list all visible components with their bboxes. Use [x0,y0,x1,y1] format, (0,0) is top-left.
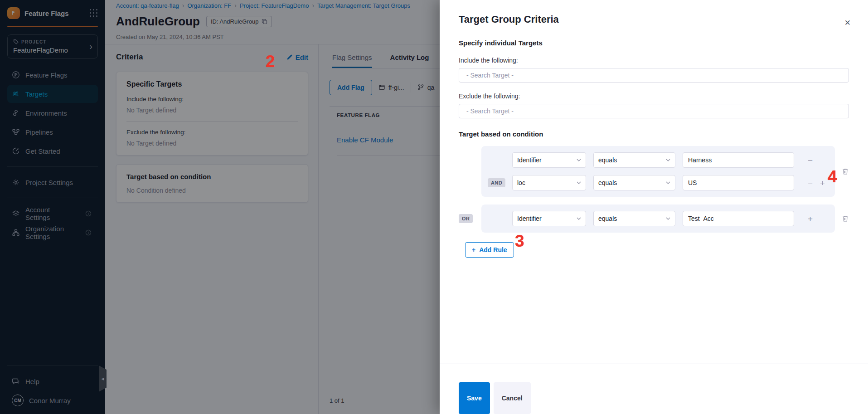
include-following-label: Include the following: [459,57,849,64]
chevron-down-icon [577,181,581,184]
exclude-following-label: Exclude the following: [459,93,849,100]
annotation-step-4: 4 [828,168,837,185]
attribute-value: Identifier [517,215,542,222]
delete-rule-button[interactable] [838,168,849,175]
chevron-down-icon [577,217,581,220]
rule-group: Identifier equals − AND loc [459,146,849,197]
operator-select[interactable]: equals [593,175,675,190]
chevron-down-icon [666,159,670,161]
attribute-value: Identifier [517,156,542,164]
condition-value-input[interactable] [683,211,794,226]
condition-heading: Target based on condition [459,130,849,138]
rule-group-box: Identifier equals + [481,205,835,233]
rule-group: OR Identifier equals + [459,205,849,233]
operator-value: equals [598,215,617,222]
drawer-title: Target Group Criteria [459,14,849,25]
chevron-down-icon [666,181,670,184]
exclude-target-search-input[interactable] [459,104,849,118]
and-badge: AND [488,178,505,187]
remove-condition-button[interactable]: − [808,179,813,187]
rule-row: Identifier equals − [488,152,829,168]
specify-targets-heading: Specify individual Targets [459,39,849,47]
operator-select[interactable]: equals [593,152,675,168]
attribute-select[interactable]: Identifier [512,152,586,168]
group-connector-gutter: OR [459,214,481,223]
add-rule-label: Add Rule [479,246,507,253]
operator-value: equals [598,179,617,186]
attribute-select[interactable]: Identifier [512,211,586,226]
chevron-down-icon [666,217,670,220]
attribute-value: loc [517,179,525,186]
trash-icon [842,215,849,222]
include-target-search-input[interactable] [459,68,849,83]
delete-rule-button[interactable] [838,215,849,222]
rule-row: Identifier equals + [488,211,829,226]
add-rule-button[interactable]: + Add Rule [465,242,514,258]
target-group-criteria-drawer: ✕ Target Group Criteria Specify individu… [440,0,868,414]
drawer-footer: Save Cancel [440,364,868,414]
operator-select[interactable]: equals [593,211,675,226]
remove-condition-button[interactable]: − [808,156,813,165]
add-condition-button[interactable]: + [820,179,825,187]
annotation-step-2: 2 [266,53,275,70]
plus-icon: + [472,246,475,253]
or-badge: OR [459,214,473,223]
save-button[interactable]: Save [459,382,490,414]
add-condition-button[interactable]: + [808,214,813,223]
close-icon[interactable]: ✕ [844,18,851,28]
cancel-button[interactable]: Cancel [494,382,531,414]
attribute-select[interactable]: loc [512,175,586,190]
annotation-step-3: 3 [515,233,524,249]
rule-row: AND loc equals − + [488,175,829,190]
rule-group-box: Identifier equals − AND loc [481,146,835,197]
operator-value: equals [598,156,617,164]
chevron-down-icon [577,159,581,161]
condition-value-input[interactable] [683,152,794,168]
trash-icon [842,168,849,175]
condition-value-input[interactable] [683,175,794,190]
